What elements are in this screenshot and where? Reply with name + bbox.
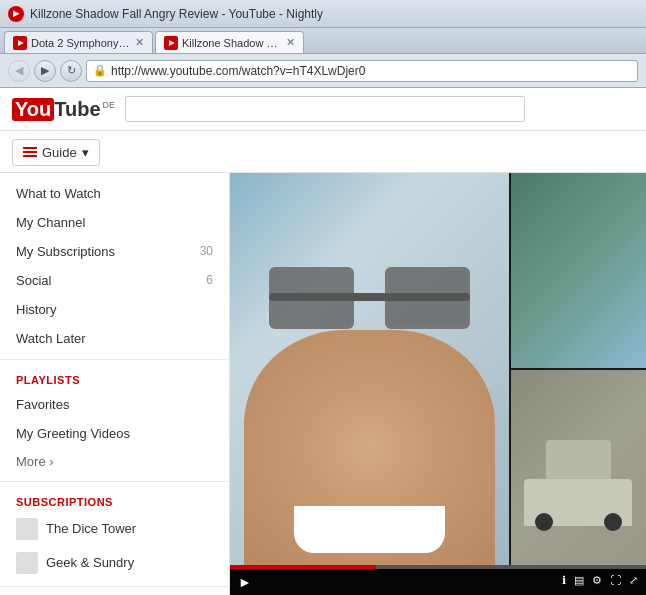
car-graphic: [524, 448, 632, 526]
tab-1-label: Killzone Shadow Fa...: [182, 37, 282, 49]
sidebar-nav-section: What to Watch My Channel My Subscription…: [0, 173, 229, 360]
progress-fill: [230, 565, 376, 569]
settings-button[interactable]: ⚙: [592, 574, 602, 587]
channel-label: Geek & Sundry: [46, 555, 134, 570]
subscriptions-title: SUBSCRIPTIONS: [0, 488, 229, 512]
sidebar-channel-dice-tower[interactable]: The Dice Tower: [0, 512, 229, 546]
sidebar-item-label: My Channel: [16, 215, 213, 230]
tab-0-icon: ▶: [13, 36, 27, 50]
tab-1-close[interactable]: ✕: [286, 36, 295, 49]
logo-tube: Tube: [54, 98, 100, 121]
youtube-main: What to Watch My Channel My Subscription…: [0, 173, 646, 596]
browser-tab-icon: ▶: [8, 6, 24, 22]
youtube-logo[interactable]: YouTubeDE: [12, 98, 115, 121]
address-lock-icon: 🔒: [93, 64, 107, 77]
sidebar-item-label: Favorites: [16, 397, 213, 412]
sidebar-item-watch-later[interactable]: Watch Later: [0, 324, 229, 353]
logo-you: You: [12, 98, 54, 121]
channel-thumb-icon: [16, 518, 38, 540]
back-button[interactable]: ◀: [8, 60, 30, 82]
video-face-area: [230, 173, 509, 566]
logo-de: DE: [103, 100, 116, 110]
youtube-header: YouTubeDE: [0, 88, 646, 131]
sidebar-subscriptions-section: SUBSCRIPTIONS The Dice Tower Geek & Sund…: [0, 482, 229, 587]
sidebar-item-favorites[interactable]: Favorites: [0, 390, 229, 419]
video-controls: ► ℹ ▤ ⚙ ⛶ ⤢: [230, 565, 646, 595]
tab-1-icon: ▶: [164, 36, 178, 50]
face-teeth: [294, 506, 445, 553]
sidebar-item-label: My Greeting Videos: [16, 426, 213, 441]
video-thumbnails: [509, 173, 646, 566]
sunglasses: [258, 231, 481, 408]
address-input[interactable]: 🔒 http://www.youtube.com/watch?v=hT4XLwD…: [86, 60, 638, 82]
hamburger-icon: [23, 147, 37, 157]
sidebar-playlists-section: PLAYLISTS Favorites My Greeting Videos M…: [0, 360, 229, 482]
guide-bar: Guide ▾: [0, 131, 646, 173]
sidebar-item-social[interactable]: Social 6: [0, 266, 229, 295]
tab-0-close[interactable]: ✕: [135, 36, 144, 49]
guide-arrow-icon: ▾: [82, 145, 89, 160]
search-input[interactable]: [125, 96, 525, 122]
car-wheel-left: [535, 513, 553, 531]
browser-tab-1[interactable]: ▶ Killzone Shadow Fa... ✕: [155, 31, 304, 53]
progress-bar[interactable]: [230, 565, 646, 569]
browser-titlebar: ▶ Killzone Shadow Fall Angry Review - Yo…: [0, 0, 646, 28]
sidebar-more[interactable]: More ›: [0, 448, 229, 475]
glasses-bridge: [269, 293, 470, 301]
browser-title: Killzone Shadow Fall Angry Review - YouT…: [30, 7, 323, 21]
tab-icon-symbol: ▶: [13, 9, 19, 18]
theater-button[interactable]: ⛶: [610, 574, 621, 586]
car-roof: [546, 440, 611, 479]
playlist-button[interactable]: ▤: [574, 574, 584, 587]
video-thumb-bottom: [509, 369, 646, 565]
sidebar-item-my-subscriptions[interactable]: My Subscriptions 30: [0, 237, 229, 266]
browser-tabs-bar: ▶ Dota 2 Symphony of ... ✕ ▶ Killzone Sh…: [0, 28, 646, 54]
browser-address-bar: ◀ ▶ ↻ 🔒 http://www.youtube.com/watch?v=h…: [0, 54, 646, 88]
sidebar-channel-geek-sundry[interactable]: Geek & Sundry: [0, 546, 229, 580]
sidebar-item-my-greeting-videos[interactable]: My Greeting Videos: [0, 419, 229, 448]
channel-label: The Dice Tower: [46, 521, 136, 536]
sidebar-item-what-to-watch[interactable]: What to Watch: [0, 179, 229, 208]
info-button[interactable]: ℹ: [562, 574, 566, 587]
play-pause-button[interactable]: ►: [238, 574, 252, 590]
sidebar-item-history[interactable]: History: [0, 295, 229, 324]
sidebar-item-label: History: [16, 302, 213, 317]
refresh-button[interactable]: ↻: [60, 60, 82, 82]
address-text: http://www.youtube.com/watch?v=hT4XLwDje…: [111, 64, 365, 78]
channel-thumb-icon: [16, 552, 38, 574]
browser-tab-0[interactable]: ▶ Dota 2 Symphony of ... ✕: [4, 31, 153, 53]
sidebar-item-my-channel[interactable]: My Channel: [0, 208, 229, 237]
sidebar-item-label: Social: [16, 273, 206, 288]
sidebar: What to Watch My Channel My Subscription…: [0, 173, 230, 596]
video-display: [230, 173, 646, 566]
guide-label: Guide: [42, 145, 77, 160]
sidebar-item-label: Watch Later: [16, 331, 213, 346]
car-wheel-right: [604, 513, 622, 531]
guide-button[interactable]: Guide ▾: [12, 139, 100, 166]
sidebar-item-label: What to Watch: [16, 186, 213, 201]
video-thumb-top: [509, 173, 646, 369]
video-area[interactable]: ► ℹ ▤ ⚙ ⛶ ⤢: [230, 173, 646, 596]
sidebar-item-count: 30: [200, 244, 213, 258]
tab-0-label: Dota 2 Symphony of ...: [31, 37, 131, 49]
playlists-title: PLAYLISTS: [0, 366, 229, 390]
youtube-page: YouTubeDE Guide ▾ What to Watch My Chann…: [0, 88, 646, 595]
fullscreen-button[interactable]: ⤢: [629, 574, 638, 587]
sidebar-item-label: My Subscriptions: [16, 244, 200, 259]
forward-button[interactable]: ▶: [34, 60, 56, 82]
sidebar-item-count: 6: [206, 273, 213, 287]
video-frame: ► ℹ ▤ ⚙ ⛶ ⤢: [230, 173, 646, 596]
